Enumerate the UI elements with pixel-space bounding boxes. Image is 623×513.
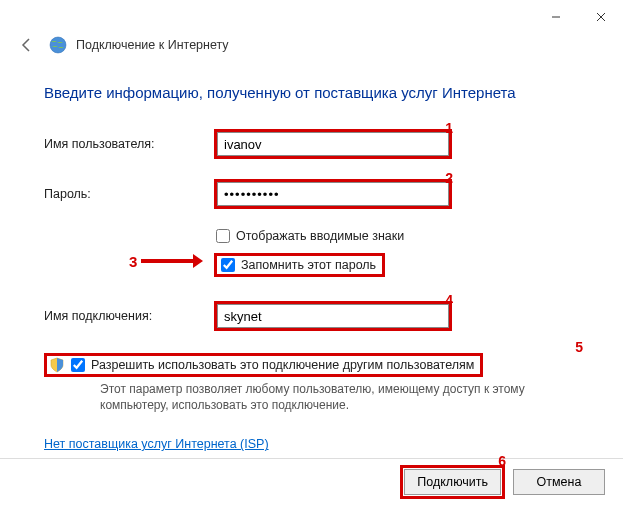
show-chars-label: Отображать вводимые знаки (236, 229, 404, 243)
show-chars-checkbox[interactable] (216, 229, 230, 243)
minimize-button[interactable] (533, 4, 578, 30)
show-chars-row: Отображать вводимые знаки (214, 229, 579, 243)
username-row: Имя пользователя: 1 (44, 129, 579, 159)
password-label: Пароль: (44, 187, 214, 201)
allow-row: Разрешить использовать это подключение д… (44, 353, 579, 413)
arrow-right-icon (141, 252, 203, 270)
shield-icon (49, 357, 65, 373)
allow-label: Разрешить использовать это подключение д… (91, 358, 474, 372)
back-arrow-icon[interactable] (16, 34, 38, 56)
annotation-3-wrap: 3 (129, 252, 203, 270)
username-label: Имя пользователя: (44, 137, 214, 151)
connection-name-row: Имя подключения: 4 (44, 301, 579, 331)
username-input[interactable] (217, 132, 449, 156)
username-highlight: 1 (214, 129, 452, 159)
svg-point-3 (50, 37, 66, 53)
close-button[interactable] (578, 4, 623, 30)
remember-label: Запомнить этот пароль (241, 258, 376, 272)
wizard-header: Подключение к Интернету (0, 30, 623, 66)
window-title: Подключение к Интернету (76, 38, 229, 52)
content-area: Введите информацию, полученную от постав… (0, 66, 623, 451)
svg-marker-5 (193, 254, 203, 268)
annotation-2: 2 (445, 170, 453, 186)
footer-divider (0, 458, 623, 459)
window-titlebar (0, 0, 623, 30)
connect-highlight: Подключить 6 (400, 465, 505, 499)
connection-name-label: Имя подключения: (44, 309, 214, 323)
annotation-1: 1 (445, 120, 453, 136)
connection-name-highlight: 4 (214, 301, 452, 331)
allow-description: Этот параметр позволяет любому пользоват… (100, 381, 579, 413)
allow-checkbox[interactable] (71, 358, 85, 372)
password-input[interactable] (217, 182, 449, 206)
annotation-5: 5 (575, 339, 583, 355)
annotation-6: 6 (498, 453, 506, 469)
footer: Подключить 6 Отмена (400, 465, 605, 499)
annotation-3: 3 (129, 253, 137, 270)
cancel-button[interactable]: Отмена (513, 469, 605, 495)
allow-highlight: Разрешить использовать это подключение д… (44, 353, 483, 377)
remember-checkbox[interactable] (221, 258, 235, 272)
connect-button[interactable]: Подключить (404, 469, 501, 495)
globe-icon (48, 35, 68, 55)
annotation-4: 4 (445, 292, 453, 308)
instruction-text: Введите информацию, полученную от постав… (44, 84, 579, 101)
isp-link[interactable]: Нет поставщика услуг Интернета (ISP) (44, 437, 269, 451)
connection-name-input[interactable] (217, 304, 449, 328)
password-highlight: 2 (214, 179, 452, 209)
remember-row: 3 Запомнить этот пароль (214, 253, 385, 277)
password-row: Пароль: 2 (44, 179, 579, 209)
